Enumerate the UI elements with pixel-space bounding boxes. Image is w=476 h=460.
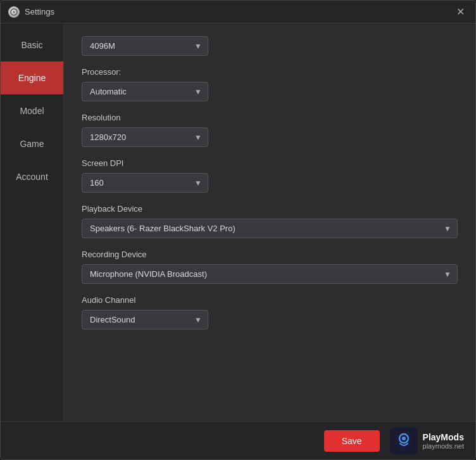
processor-label: Processor: [82,67,458,77]
svg-point-4 [402,437,406,440]
processor-group: Processor: Automatic CPU GPU ▼ [82,67,458,101]
recording-device-label: Recording Device [82,250,458,259]
playback-device-select-wrapper: Default Speakers (6- Razer BlackShark V2… [82,219,458,238]
screen-dpi-select-wrapper: 120 160 240 320 ▼ [82,173,208,193]
audio-channel-select[interactable]: DirectSound WASAPI ASIO [82,310,208,329]
svg-point-1 [13,11,15,13]
sidebar-item-engine[interactable]: Engine [1,61,63,94]
playback-device-group: Playback Device Default Speakers (6- Raz… [82,204,458,238]
audio-channel-group: Audio Channel DirectSound WASAPI ASIO ▼ [82,295,458,329]
memory-group: 1024M 2048M 4096M 8192M ▼ [82,36,458,56]
playback-device-label: Playback Device [82,204,458,214]
processor-select-wrapper: Automatic CPU GPU ▼ [82,82,208,101]
screen-dpi-select[interactable]: 120 160 240 320 [82,173,208,193]
sidebar-item-account[interactable]: Account [1,160,63,193]
brand-name: PlayMods [423,432,464,442]
brand-badge: PlayMods playmods.net [390,427,464,455]
audio-channel-label: Audio Channel [82,295,458,305]
resolution-select[interactable]: 800x600 1280x720 1920x1080 2560x1440 [82,127,208,147]
sidebar-item-game[interactable]: Game [1,127,63,160]
brand-text: PlayMods playmods.net [423,432,464,450]
recording-device-group: Recording Device Default Microphone (NVI… [82,250,458,284]
sidebar-item-basic[interactable]: Basic [1,29,63,61]
footer: Save PlayMods playmods.net [1,421,475,459]
recording-device-select-wrapper: Default Microphone (NVIDIA Broadcast) ▼ [82,264,458,284]
resolution-group: Resolution 800x600 1280x720 1920x1080 25… [82,113,458,147]
recording-device-select[interactable]: Default Microphone (NVIDIA Broadcast) [82,264,458,284]
audio-channel-select-wrapper: DirectSound WASAPI ASIO ▼ [82,310,208,329]
brand-logo-icon [390,427,418,455]
processor-select[interactable]: Automatic CPU GPU [82,82,208,101]
settings-window: Settings ✕ Basic Engine Model Game Accou… [0,0,476,460]
window-title: Settings [25,7,453,16]
sidebar-item-model[interactable]: Model [1,94,63,127]
screen-dpi-group: Screen DPI 120 160 240 320 ▼ [82,158,458,193]
brand-url: playmods.net [423,442,464,450]
title-bar: Settings ✕ [1,1,475,23]
main-panel: 1024M 2048M 4096M 8192M ▼ Processor: Aut… [64,23,475,421]
playback-device-select[interactable]: Default Speakers (6- Razer BlackShark V2… [82,219,458,238]
sidebar: Basic Engine Model Game Account [1,23,64,421]
close-button[interactable]: ✕ [453,4,468,20]
save-button[interactable]: Save [324,430,380,452]
resolution-label: Resolution [82,113,458,122]
resolution-select-wrapper: 800x600 1280x720 1920x1080 2560x1440 ▼ [82,127,208,147]
content-area: Basic Engine Model Game Account 1024M 20… [1,23,475,421]
memory-select-wrapper: 1024M 2048M 4096M 8192M ▼ [82,36,208,56]
memory-select[interactable]: 1024M 2048M 4096M 8192M [82,36,208,56]
app-logo [8,6,20,18]
screen-dpi-label: Screen DPI [82,158,458,168]
